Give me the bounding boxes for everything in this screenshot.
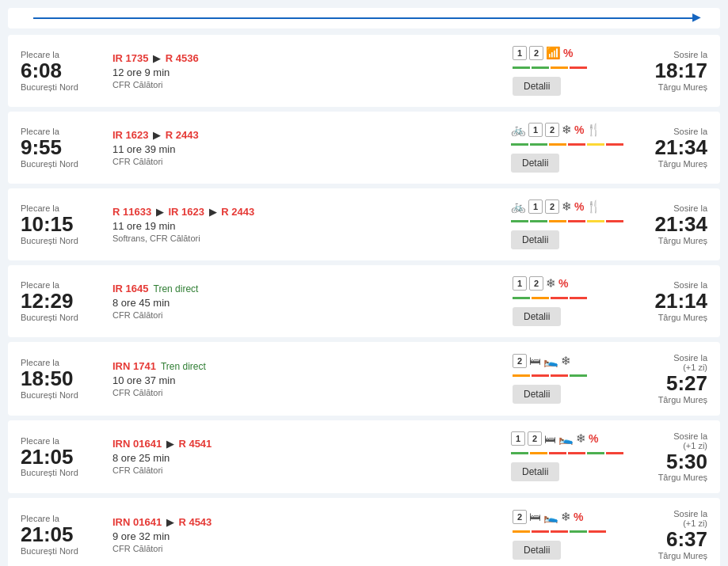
availability-bar xyxy=(513,374,530,377)
depart-station: București Nord xyxy=(21,313,100,322)
amenity-icons-row: 🚲12❄%🍴 xyxy=(511,123,601,137)
train-ids: R 11633 ▶ IR 1623 ▶ R 2443 xyxy=(112,206,498,218)
train-ids: IRN 1741Tren direct xyxy=(112,360,500,372)
class-2-icon: 2 xyxy=(528,431,542,446)
availability-bar xyxy=(549,452,566,454)
journey-duration: 8 ore 25 min xyxy=(112,452,498,464)
operator-name: CFR Călători xyxy=(112,388,500,397)
class-1-icon: 1 xyxy=(528,199,543,214)
depart-station: București Nord xyxy=(21,468,100,477)
availability-bar xyxy=(549,143,566,146)
ac-icon: ❄ xyxy=(562,123,572,137)
sleeper-icon: 🛏 xyxy=(544,432,556,446)
amenities-section: 🚲12❄%🍴 Detalii xyxy=(511,199,623,249)
arrive-label: Sosire la xyxy=(636,431,707,441)
arrival-section: Sosire la (+1 zi) 6:37 Târgu Mureș xyxy=(636,509,707,560)
journey-duration: 9 ore 32 min xyxy=(112,530,500,542)
availability-bars xyxy=(513,297,623,299)
discount-icon: % xyxy=(574,511,583,523)
availability-bar xyxy=(513,530,530,533)
journey-info: R 11633 ▶ IR 1623 ▶ R 2443 11 ore 19 min… xyxy=(112,206,498,243)
availability-bar xyxy=(511,220,528,222)
arrive-station: Târgu Mureș xyxy=(636,82,707,92)
depart-time: 21:05 xyxy=(21,523,100,546)
depart-station: București Nord xyxy=(21,546,100,556)
arrival-section: Sosire la 21:14 Târgu Mureș xyxy=(636,280,707,322)
journey-card-3: Plecare la 10:15 București Nord R 11633 … xyxy=(8,188,720,260)
train-ids: IR 1735 ▶ R 4536 xyxy=(112,52,500,64)
depart-time: 21:05 xyxy=(21,446,100,469)
depart-time: 12:29 xyxy=(21,290,100,313)
depart-station: București Nord xyxy=(21,236,100,245)
availability-bar xyxy=(513,66,530,69)
sleeper-icon: 🛏 xyxy=(529,510,541,523)
arrive-station: Târgu Mureș xyxy=(636,551,707,560)
arrive-time: 5:30 xyxy=(636,450,707,473)
journey-card-6: Plecare la 21:05 București Nord IRN 0164… xyxy=(8,420,720,494)
class-2-icon: 2 xyxy=(513,354,527,368)
availability-bars xyxy=(513,530,623,533)
availability-bar xyxy=(551,297,568,299)
availability-bar xyxy=(532,374,549,377)
arrive-label: Sosire la xyxy=(636,509,707,519)
depart-time: 9:55 xyxy=(21,136,100,159)
availability-bar xyxy=(532,66,549,69)
ac-icon: ❄ xyxy=(576,431,586,446)
availability-bar xyxy=(532,297,549,299)
details-button[interactable]: Detalii xyxy=(513,307,561,326)
ac-icon: ❄ xyxy=(562,199,572,214)
journey-duration: 11 ore 19 min xyxy=(112,220,498,232)
journey-card-4: Plecare la 12:29 București Nord IR 1645T… xyxy=(8,265,720,337)
details-button[interactable]: Detalii xyxy=(513,541,561,560)
availability-bars xyxy=(511,220,623,222)
journey-duration: 10 ore 37 min xyxy=(112,374,500,386)
amenities-section: 🚲12❄%🍴 Detalii xyxy=(511,123,623,173)
restaurant-icon: 🍴 xyxy=(586,199,601,214)
availability-bar xyxy=(551,530,568,533)
arrive-station: Târgu Mureș xyxy=(636,236,707,245)
discount-icon: % xyxy=(589,432,598,445)
journey-info: IR 1645Tren direct 8 ore 45 min CFR Călă… xyxy=(112,283,500,320)
journey-duration: 11 ore 39 min xyxy=(112,143,498,155)
arrive-label: Sosire la xyxy=(636,353,707,363)
arrive-station: Târgu Mureș xyxy=(636,395,707,405)
details-button[interactable]: Detalii xyxy=(513,77,561,96)
amenity-icons-row: 2🛏🛌❄% xyxy=(513,510,583,524)
availability-bar xyxy=(530,452,547,454)
operator-name: CFR Călători xyxy=(112,310,500,320)
details-button[interactable]: Detalii xyxy=(511,462,559,481)
restaurant-icon: 🍴 xyxy=(586,123,601,137)
amenities-section: 12🛏🛌❄% Detalii xyxy=(511,431,623,481)
availability-bars xyxy=(511,143,623,146)
depart-station: București Nord xyxy=(21,390,100,400)
journey-duration: 12 ore 9 min xyxy=(112,66,500,78)
availability-bar xyxy=(511,452,528,454)
availability-bars xyxy=(513,374,623,377)
journey-info: IR 1735 ▶ R 4536 12 ore 9 min CFR Călăto… xyxy=(112,52,500,89)
arrive-time: 21:34 xyxy=(636,136,707,159)
class-1-icon: 1 xyxy=(513,276,527,291)
availability-bar xyxy=(513,297,530,299)
arrival-section: Sosire la 21:34 Târgu Mureș xyxy=(636,127,707,169)
journey-info: IRN 1741Tren direct 10 ore 37 min CFR Că… xyxy=(112,360,500,397)
depart-label: Plecare la xyxy=(21,436,100,446)
details-button[interactable]: Detalii xyxy=(511,230,559,249)
arrival-section: Sosire la 18:17 Târgu Mureș xyxy=(636,50,707,92)
availability-bar xyxy=(589,530,606,533)
journey-card-1: Plecare la 6:08 București Nord IR 1735 ▶… xyxy=(8,35,720,107)
availability-bar xyxy=(606,143,623,146)
availability-bar xyxy=(530,220,547,222)
details-button[interactable]: Detalii xyxy=(513,385,561,404)
journey-duration: 8 ore 45 min xyxy=(112,297,500,309)
amenities-section: 2🛏🛌❄% Detalii xyxy=(513,510,623,560)
details-button[interactable]: Detalii xyxy=(511,154,559,173)
depart-time: 10:15 xyxy=(21,213,100,236)
amenity-icons-row: 🚲12❄%🍴 xyxy=(511,199,601,214)
class-1-icon: 1 xyxy=(513,46,527,60)
discount-icon: % xyxy=(563,47,573,59)
class-2-icon: 2 xyxy=(513,510,527,524)
arrive-time: 6:37 xyxy=(636,528,707,551)
amenities-section: 12📶% Detalii xyxy=(513,46,623,96)
class-2-icon: 2 xyxy=(529,46,543,60)
journey-card-2: Plecare la 9:55 București Nord IR 1623 ▶… xyxy=(8,112,720,184)
